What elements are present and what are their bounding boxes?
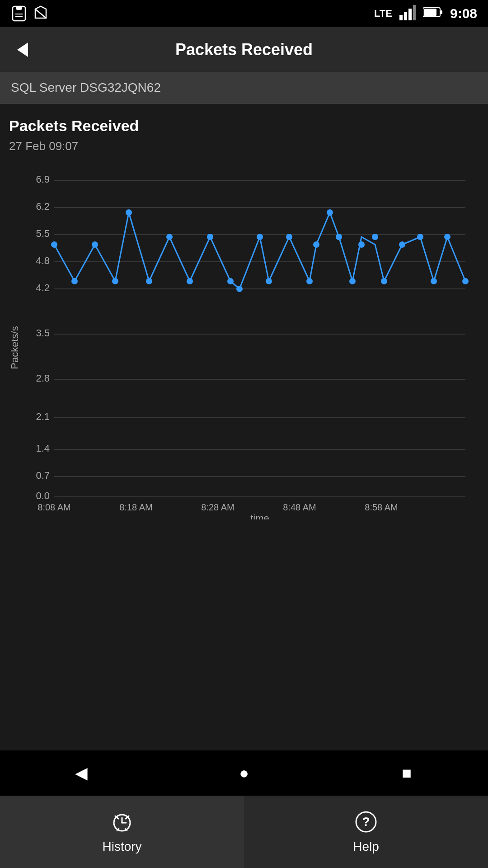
data-point <box>207 234 213 240</box>
lte-label: LTE <box>374 8 392 19</box>
svg-text:3.5: 3.5 <box>36 327 50 339</box>
svg-rect-3 <box>15 16 23 17</box>
svg-text:0.7: 0.7 <box>36 470 50 481</box>
status-bar: LTE 9:08 <box>0 0 488 27</box>
sim-icon <box>11 5 27 22</box>
svg-text:?: ? <box>362 815 370 829</box>
data-point <box>462 278 469 284</box>
svg-rect-6 <box>399 15 403 20</box>
svg-rect-1 <box>16 6 22 10</box>
svg-text:8:08 AM: 8:08 AM <box>38 502 70 512</box>
svg-text:2.8: 2.8 <box>36 373 50 384</box>
help-icon: ? <box>355 811 377 836</box>
back-button[interactable] <box>9 36 36 63</box>
data-point <box>236 286 243 292</box>
bottom-navigation: History ? Help <box>0 796 488 868</box>
time-display: 9:08 <box>450 6 477 21</box>
data-point <box>431 278 437 284</box>
battery-icon <box>423 6 443 21</box>
data-point <box>51 241 57 248</box>
svg-text:4.2: 4.2 <box>36 282 50 293</box>
content-area: SQL Server DSG32JQN62 Packets Received 2… <box>0 72 488 750</box>
status-bar-right: LTE 9:08 <box>374 4 477 24</box>
chart-title: Packets Received <box>9 117 479 135</box>
svg-text:8:28 AM: 8:28 AM <box>201 502 234 512</box>
data-point <box>257 234 263 240</box>
data-point <box>372 234 378 240</box>
svg-text:Packets/s: Packets/s <box>9 326 20 369</box>
svg-rect-2 <box>15 14 23 14</box>
android-recent-button[interactable]: ■ <box>393 760 420 787</box>
android-home-button[interactable]: ● <box>230 760 258 787</box>
svg-text:8:48 AM: 8:48 AM <box>283 502 316 512</box>
svg-rect-9 <box>413 5 416 20</box>
android-nav-bar: ◀ ● ■ <box>0 750 488 796</box>
data-point <box>313 241 319 248</box>
svg-text:8:58 AM: 8:58 AM <box>365 502 398 512</box>
data-point <box>126 209 132 216</box>
line-chart: Packets/s 6.9 6.2 5.5 4.8 4.2 3.5 <box>9 167 479 519</box>
data-point <box>187 278 193 284</box>
status-bar-left <box>11 5 49 22</box>
data-point <box>444 234 450 240</box>
svg-text:6.2: 6.2 <box>36 201 50 212</box>
data-point <box>227 278 234 284</box>
data-point <box>266 278 272 284</box>
notification-icon <box>33 5 49 22</box>
data-point <box>381 278 387 284</box>
history-label: History <box>102 840 141 854</box>
svg-text:8:18 AM: 8:18 AM <box>119 502 152 512</box>
data-point <box>166 234 173 240</box>
svg-rect-12 <box>424 9 436 16</box>
sql-server-label: SQL Server DSG32JQN62 <box>0 72 488 104</box>
data-point <box>417 234 423 240</box>
svg-line-5 <box>35 9 46 18</box>
data-point <box>71 278 78 284</box>
svg-text:time: time <box>250 513 269 519</box>
header: Packets Received <box>0 27 488 72</box>
svg-rect-11 <box>440 10 442 14</box>
chart-wrapper: Packets/s 6.9 6.2 5.5 4.8 4.2 3.5 <box>9 167 479 519</box>
svg-text:5.5: 5.5 <box>36 228 50 239</box>
svg-text:1.4: 1.4 <box>36 443 50 454</box>
chart-line <box>54 212 465 289</box>
data-point <box>286 234 292 240</box>
data-point <box>306 278 313 284</box>
data-point <box>349 278 356 284</box>
help-label: Help <box>353 840 379 854</box>
data-point <box>327 209 333 216</box>
data-point <box>112 278 118 284</box>
back-arrow-icon <box>17 42 28 57</box>
chart-date: 27 Feb 09:07 <box>9 139 479 153</box>
data-point <box>92 241 98 248</box>
android-back-button[interactable]: ◀ <box>68 760 95 787</box>
data-point <box>336 234 342 240</box>
svg-text:4.8: 4.8 <box>36 255 50 266</box>
nav-item-history[interactable]: History <box>0 796 244 868</box>
nav-item-help[interactable]: ? Help <box>244 796 488 868</box>
data-point <box>146 278 152 284</box>
chart-container: Packets Received 27 Feb 09:07 Packets/s … <box>0 104 488 528</box>
svg-text:0.0: 0.0 <box>36 490 50 501</box>
svg-text:2.1: 2.1 <box>36 411 50 422</box>
history-icon <box>111 811 133 836</box>
svg-text:6.9: 6.9 <box>36 174 50 185</box>
svg-rect-7 <box>404 12 407 20</box>
data-point <box>399 241 405 248</box>
svg-rect-8 <box>408 9 412 20</box>
page-title: Packets Received <box>36 40 452 59</box>
signal-icon <box>399 4 416 24</box>
data-point <box>358 241 365 248</box>
